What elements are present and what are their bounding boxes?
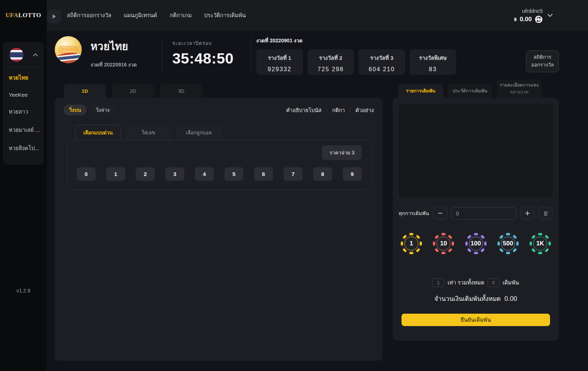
- number-button-3[interactable]: 3: [165, 167, 184, 181]
- link-divider: [327, 107, 327, 113]
- chip-10[interactable]: 10: [433, 233, 454, 254]
- username: ufnblnc5: [514, 8, 543, 14]
- number-button-7[interactable]: 7: [284, 167, 303, 181]
- pill-run-top[interactable]: วิ่งบน: [64, 104, 87, 115]
- sidebar-item-malay-lottery[interactable]: หวยมาเลย์ ...: [3, 121, 44, 139]
- link-bonus-explanation[interactable]: คำอธิบายโบนัส: [286, 106, 322, 114]
- number-buttons: 0 1 2 3 4 5 6 7 8 9: [77, 167, 362, 181]
- info-links: คำอธิบายโบนัส กติกา ตัวอย่าง: [286, 106, 374, 114]
- menu-divider: [8, 67, 39, 67]
- chevron-down-icon[interactable]: [547, 14, 553, 17]
- user-account-block[interactable]: ufnblnc5 ฿ 0.00: [514, 8, 588, 23]
- tab-1d[interactable]: 1D: [64, 84, 106, 98]
- tab-quick-pick[interactable]: เลือกแบบด่วน: [75, 125, 121, 140]
- prize-label: รางวัลพิเศษ: [415, 54, 451, 62]
- prize-label: รางวัลที่ 2: [312, 54, 349, 62]
- number-button-1[interactable]: 1: [106, 167, 125, 181]
- stake-input[interactable]: [451, 207, 516, 220]
- prize-label: รางวัลที่ 3: [364, 54, 400, 62]
- brand-lotto: LOTTO: [18, 12, 41, 19]
- number-button-2[interactable]: 2: [136, 167, 155, 181]
- currency-symbol: ฿: [514, 17, 517, 22]
- bet-area-column: 1D 2D 3D วิ่งบน วิ่งล่าง คำอธิบายโบนัส: [55, 83, 383, 371]
- sidebar-item-lao-lottery[interactable]: หวยลาว: [3, 103, 44, 121]
- link-example[interactable]: ตัวอย่าง: [356, 106, 374, 114]
- tab-multi-round-details[interactable]: รายละเอียดการแทง หลายงวด: [497, 80, 542, 98]
- nav-draw-statistics[interactable]: สถิติการออกรางวัล: [67, 11, 111, 20]
- results-round-label: งวดที่ 20220901 งวด: [256, 37, 526, 45]
- thai-flag-icon: [9, 48, 23, 62]
- sidebar-item-thai-lottery[interactable]: หวยไทย: [3, 69, 44, 87]
- clear-bets-button[interactable]: [538, 207, 553, 220]
- draw-statistics-button[interactable]: สถิติการ ออกรางวัล: [526, 50, 559, 72]
- chip-1[interactable]: 1: [401, 233, 422, 254]
- prize-value: 725 298: [312, 66, 349, 73]
- bet-slip-panel: ทุกการเดิมพัน: [393, 98, 559, 341]
- main-column: สถิติการออกรางวัล แผนภูมิเทรนด์ กติกาเกม…: [47, 0, 588, 371]
- sidebar-item-yeekee[interactable]: YeeKee: [3, 87, 44, 103]
- confirm-bet-button[interactable]: ยืนยันเดิมพัน: [401, 314, 550, 326]
- bet-summary-row: 1 เท่า รวมทั้งหมด 0 เดิมพัน: [393, 278, 559, 287]
- payout-rate-button[interactable]: ราคาจ่าย 3: [322, 145, 362, 160]
- stake-stepper: ทุกการเดิมพัน: [399, 207, 553, 220]
- chip-1k[interactable]: 1K: [530, 233, 551, 254]
- decrease-stake-button[interactable]: [433, 207, 447, 220]
- link-rules[interactable]: กติกา: [332, 106, 345, 114]
- balance-line: ฿ 0.00: [514, 15, 543, 23]
- lottery-group-header[interactable]: [3, 48, 44, 62]
- tab-bet-list[interactable]: รายการเดิมพัน: [398, 84, 443, 98]
- total-amount-label: จำนวนเงินเดิมพันทั้งหมด: [434, 295, 501, 302]
- pill-run-bottom[interactable]: วิ่งล่าง: [90, 104, 115, 115]
- minus-icon: [438, 213, 442, 214]
- body-row: 1D 2D 3D วิ่งบน วิ่งล่าง คำอธิบายโบนัส: [55, 83, 559, 371]
- countdown-label: ระยะเวลาปิดรอบ: [172, 39, 251, 47]
- bet-list-empty-area: [399, 104, 553, 198]
- bet-count-box: 0: [488, 278, 499, 287]
- thai-lottery-logo: หวยไทย: [55, 36, 82, 63]
- chip-500[interactable]: 500: [497, 233, 519, 254]
- bet-count-label: เดิมพัน: [503, 278, 519, 287]
- nav-bet-history[interactable]: ประวัติการเดิมพัน: [204, 11, 246, 20]
- total-amount-value: 0.00: [504, 295, 517, 302]
- play-arrow-icon: [52, 14, 56, 19]
- countdown-block: ระยะเวลาปิดรอบ 35:48:50: [162, 35, 251, 67]
- number-button-4[interactable]: 4: [195, 167, 214, 181]
- sidebar-item-singapore-lottery[interactable]: หวยสิงคโป...: [3, 139, 44, 157]
- multiplier-label: เท่า รวมทั้งหมด: [447, 278, 484, 287]
- prize-card-1: รางวัลที่ 1 929332: [256, 49, 303, 75]
- number-button-0[interactable]: 0: [77, 167, 96, 181]
- last-results-block: งวดที่ 20220901 งวด รางวัลที่ 1 929332 ร…: [251, 35, 526, 75]
- number-button-5[interactable]: 5: [224, 167, 243, 181]
- all-bets-label: ทุกการเดิมพัน: [399, 210, 429, 217]
- left-rail: UFALOTTO หวยไทย YeeKee หวยลาว หวยมาเลย์ …: [0, 0, 47, 371]
- tab-2d[interactable]: 2D: [112, 84, 154, 98]
- sidebar-expand-button[interactable]: [47, 9, 61, 23]
- trash-icon: [543, 210, 549, 217]
- number-button-8[interactable]: 8: [313, 167, 332, 181]
- bet-slip-column: รายการเดิมพัน ประวัติการเดิมพัน รายละเอี…: [393, 83, 559, 371]
- brand-logo[interactable]: UFALOTTO: [0, 0, 47, 31]
- prize-value: 929332: [261, 66, 298, 73]
- lottery-menu: หวยไทย YeeKee หวยลาว หวยมาเลย์ ... หวยสิ…: [3, 42, 44, 165]
- increase-stake-button[interactable]: [520, 207, 535, 220]
- refresh-balance-icon[interactable]: [535, 15, 543, 23]
- digit-tabs: 1D 2D 3D: [55, 83, 383, 98]
- nav-trend-chart[interactable]: แผนภูมิเทรนด์: [124, 11, 157, 20]
- tab-enter-number[interactable]: ใส่เลข: [126, 125, 171, 140]
- tab-3d[interactable]: 3D: [160, 84, 202, 98]
- bet-panel: วิ่งบน วิ่งล่าง คำอธิบายโบนัส กติกา ตัวอ…: [55, 98, 383, 361]
- brand-ufa: UFA: [5, 12, 18, 19]
- tab-pick-ball[interactable]: เลือกลูกบอล: [176, 125, 222, 140]
- tab-bet-history[interactable]: ประวัติการเดิมพัน: [447, 84, 492, 98]
- nav-game-rules[interactable]: กติกาเกม: [170, 11, 192, 20]
- number-button-6[interactable]: 6: [254, 167, 273, 181]
- number-button-9[interactable]: 9: [343, 167, 362, 181]
- chip-100[interactable]: 100: [465, 233, 487, 254]
- lottery-brand: หวยไทย หวยไทย งวดที่ 20220916 งวด: [55, 35, 162, 69]
- prize-value: 83: [415, 66, 451, 73]
- mode-row: วิ่งบน วิ่งล่าง คำอธิบายโบนัส กติกา ตัวอ…: [55, 98, 383, 115]
- chip-selector: 1 10 100 500 1K: [401, 233, 551, 254]
- prize-label: รางวัลที่ 1: [261, 54, 298, 62]
- content-area: หวยไทย หวยไทย งวดที่ 20220916 งวด ระยะเว…: [47, 31, 588, 371]
- countdown-timer: 35:48:50: [172, 50, 251, 67]
